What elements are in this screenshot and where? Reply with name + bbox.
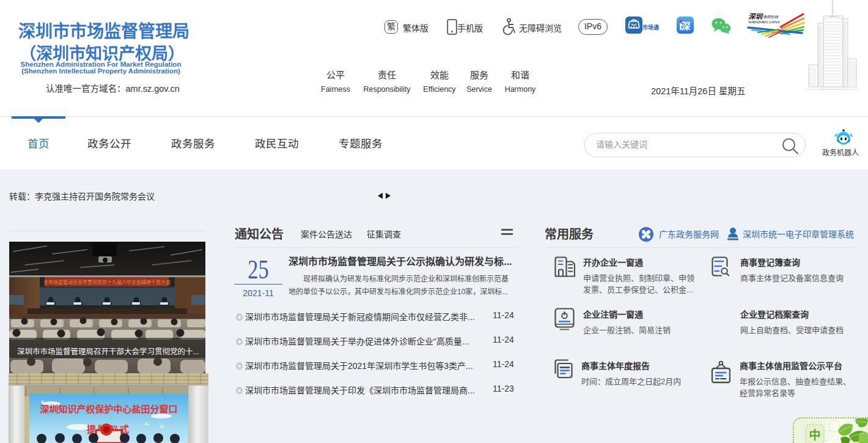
svg-text:SHENZHEN CHINA: SHENZHEN CHINA <box>748 20 780 24</box>
svg-text:全市场监管动员宣传贯彻党的十九届六中全会精神干部大会: 全市场监管动员宣传贯彻党的十九届六中全会精神干部大会 <box>43 279 171 285</box>
svg-text:深: 深 <box>681 21 690 31</box>
svg-text:政府在线: 政府在线 <box>763 15 779 19</box>
svg-text:深圳: 深圳 <box>748 13 763 20</box>
svg-text:深圳市市场监督管理局召开干部大会学习贯彻党的十...: 深圳市市场监督管理局召开干部大会学习贯彻党的十... <box>17 347 199 356</box>
svg-text:中: 中 <box>809 428 820 442</box>
svg-text:深圳知识产权保护中心盐田分窗口: 深圳知识产权保护中心盐田分窗口 <box>40 404 177 414</box>
